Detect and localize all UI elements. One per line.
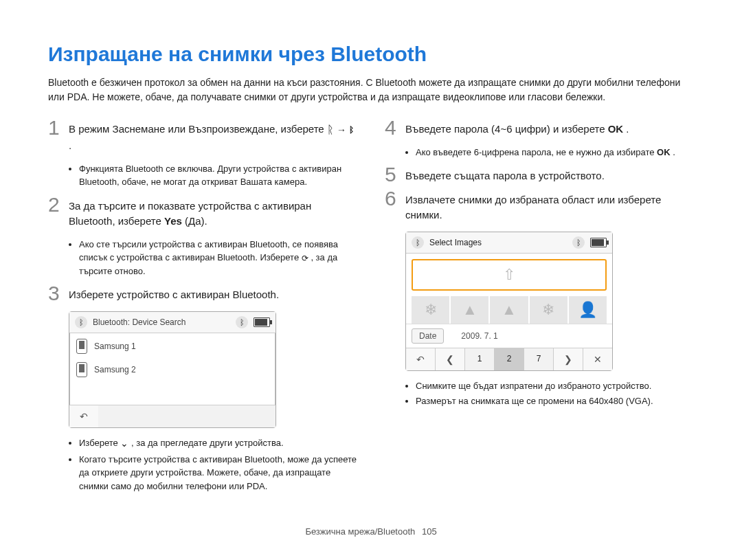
step-4-bold: OK [608, 123, 624, 135]
step-4-text-a: Въведете парола (4~6 цифри) и изберете [405, 123, 608, 135]
page-num-1[interactable]: 1 [465, 348, 495, 370]
thumbnail[interactable]: 👤 [569, 296, 607, 324]
phone-icon [76, 362, 87, 377]
next-button[interactable]: ❯ [554, 348, 583, 370]
bluetooth-status-icon: ᛒ [75, 316, 87, 328]
footer-page-number: 105 [422, 526, 437, 537]
step-5: 5 Въведете същата парола в устройството. [385, 168, 694, 184]
step-6-bullet-1: Снимките ще бъдат изпратени до избраното… [416, 379, 694, 393]
chevron-down-icon: ⌄ [120, 436, 128, 451]
page-footer: Безжична мрежа/Bluetooth 105 [48, 526, 694, 537]
date-bar: Date 2009. 7. 1 [406, 324, 612, 348]
step-6: 6 Извлачете снимки до избраната област и… [385, 192, 694, 223]
right-column: 4 Въведете парола (4~6 цифри) и изберете… [385, 122, 694, 502]
device-row[interactable]: Samsung 2 [75, 358, 270, 381]
step-number: 1 [48, 116, 60, 139]
refresh-icon: ⟳ [302, 252, 308, 265]
step-6-text: Извлачете снимки до избраната област или… [405, 192, 694, 223]
device-row[interactable]: Samsung 1 [75, 335, 270, 358]
bluetooth-status-icon: ᛒ [236, 316, 248, 328]
select-images-screenshot: ᛒ Select Images ᛒ ⇧ ❄ ▲ ▲ ❄ 👤 Date [405, 232, 613, 371]
footer-section: Безжична мрежа/Bluetooth [305, 526, 415, 537]
thumbnail[interactable]: ▲ [490, 296, 528, 324]
step-number: 4 [385, 116, 396, 139]
page-title: Изпращане на снимки чрез Bluetooth [48, 43, 694, 66]
step-1-text-c: . [69, 139, 71, 151]
shot-footer: ↶ [69, 405, 276, 427]
page-num-2[interactable]: 2 [495, 348, 524, 370]
step-1-bullets: Функцията Bluetooth се включва. Други ус… [48, 162, 357, 189]
step-3-text: Изберете устройство с активиран Bluetoot… [69, 287, 357, 303]
step-6-bullet-2: Размерът на снимката ще се промени на 64… [416, 394, 694, 408]
shot-header: ᛒ Select Images ᛒ [406, 232, 612, 254]
step-3-bullet-a2: , за да прегледате други устройства. [131, 438, 284, 448]
arrow-right-icon: → [337, 123, 346, 137]
step-number: 2 [48, 193, 60, 216]
page: Изпращане на снимки чрез Bluetooth Bluet… [0, 0, 742, 557]
shot-footer: ↶ ❮ 1 2 7 ❯ ✕ [406, 348, 612, 370]
step-4-bullet-b: . [673, 147, 675, 157]
battery-icon [590, 238, 607, 247]
step-2-bullet-1: Ако сте търсили устройства с активиран B… [79, 238, 357, 278]
step-5-text: Въведете същата парола в устройството. [405, 168, 694, 184]
step-3: 3 Изберете устройство с активиран Blueto… [48, 287, 357, 303]
step-3-bullets: Изберете ⌄ , за да прегледате други устр… [48, 436, 357, 493]
step-4-bullet-1: Ако въведете 6-цифрена парола, не е нужн… [416, 146, 694, 159]
device-name: Samsung 2 [94, 365, 136, 374]
battery-icon [254, 317, 270, 327]
step-4-bullets: Ако въведете 6-цифрена парола, не е нужн… [385, 146, 694, 159]
step-number: 5 [385, 163, 396, 186]
intro-paragraph: Bluetooth е безжичен протокол за обмен н… [48, 76, 694, 104]
step-2: 2 За да търсите и показвате устройства с… [48, 199, 357, 229]
device-name: Samsung 1 [94, 341, 136, 351]
step-4-bullet-bold: OK [657, 147, 671, 157]
shot-header: ᛒ Bluetooth: Device Search ᛒ [69, 312, 276, 333]
step-3-bullet-1: Изберете ⌄ , за да прегледате други устр… [79, 436, 357, 451]
page-num-7[interactable]: 7 [524, 348, 554, 370]
step-1-bullet-1: Функцията Bluetooth се включва. Други ус… [79, 162, 357, 189]
step-number: 6 [385, 187, 396, 210]
step-2-bold: Yes [164, 215, 182, 227]
step-4-bullet-a: Ако въведете 6-цифрена парола, не е нужн… [416, 147, 657, 157]
back-button[interactable]: ↶ [406, 348, 436, 370]
bluetooth-status-icon: ᛒ [572, 236, 585, 249]
content-columns: 1 В режим Заснемане или Възпроизвеждане,… [48, 122, 694, 502]
shot-title: Select Images [429, 238, 572, 247]
step-number: 3 [48, 282, 60, 305]
step-4-text: Въведете парола (4~6 цифри) и изберете O… [405, 122, 694, 137]
step-6-bullets: Снимките ще бъдат изпратени до избраното… [385, 379, 694, 408]
step-1-text: В режим Заснемане или Възпроизвеждане, и… [69, 122, 357, 154]
back-button[interactable]: ↶ [69, 405, 98, 427]
left-column: 1 В режим Заснемане или Възпроизвеждане,… [48, 122, 357, 502]
step-1: 1 В режим Заснемане или Възпроизвеждане,… [48, 122, 357, 154]
thumbnail-row: ❄ ▲ ▲ ❄ 👤 [406, 296, 612, 324]
step-2-bullets: Ако сте търсили устройства с активиран B… [48, 238, 357, 278]
thumbnail[interactable]: ❄ [530, 296, 567, 324]
antenna-icon: ᚱ [327, 122, 334, 138]
bluetooth-status-icon: ᛒ [412, 236, 424, 249]
thumbnail[interactable]: ▲ [451, 296, 488, 324]
step-2-bullet-a: Ако сте търсили устройства с активиран B… [79, 239, 338, 263]
shot-title: Bluetooth: Device Search [93, 317, 236, 327]
step-2-text: За да търсите и показвате устройства с а… [69, 199, 357, 229]
bluetooth-device-search-screenshot: ᛒ Bluetooth: Device Search ᛒ Samsung 1 S… [69, 311, 276, 428]
thumbnail[interactable]: ❄ [412, 296, 449, 324]
step-4-text-b: . [626, 123, 629, 135]
step-4: 4 Въведете парола (4~6 цифри) и изберете… [385, 122, 694, 137]
prev-button[interactable]: ❮ [436, 348, 465, 370]
step-3-bullet-2: Когато търсите устройства с активиран Bl… [79, 453, 357, 493]
dropzone[interactable]: ⇧ [412, 259, 607, 291]
bluetooth-icon: ᛒ [349, 124, 354, 136]
phone-icon [76, 339, 87, 354]
date-button[interactable]: Date [412, 328, 444, 344]
step-2-text-b: (Да). [185, 215, 207, 227]
date-value: 2009. 7. 1 [461, 331, 497, 341]
arrow-up-icon: ⇧ [503, 266, 515, 284]
device-list: Samsung 1 Samsung 2 [69, 333, 276, 405]
step-3-bullet-a: Изберете [79, 438, 120, 448]
step-1-text-a: В режим Заснемане или Възпроизвеждане, и… [69, 123, 327, 135]
close-button[interactable]: ✕ [583, 348, 612, 370]
